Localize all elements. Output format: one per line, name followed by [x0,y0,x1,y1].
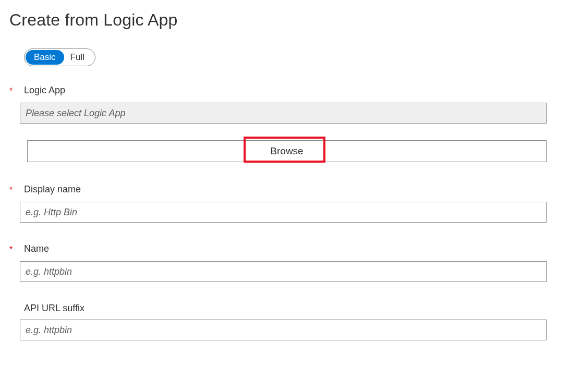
page-title: Create from Logic App [9,10,581,30]
name-label: Name [24,242,581,255]
api-url-suffix-input[interactable] [20,320,547,340]
display-name-label: Display name [24,183,581,195]
required-marker-empty [9,302,24,303]
required-marker: * [9,242,24,256]
display-name-input[interactable] [20,202,547,223]
logic-app-label: Logic App [24,84,581,96]
browse-button[interactable]: Browse [27,140,547,162]
required-marker: * [9,183,24,197]
toggle-basic[interactable]: Basic [26,50,64,65]
api-url-suffix-label: API URL suffix [24,302,581,314]
view-mode-toggle: Basic Full [24,48,95,66]
browse-button-label: Browse [270,145,303,157]
logic-app-input[interactable] [20,103,547,124]
required-marker: * [9,84,24,97]
toggle-full[interactable]: Full [64,50,94,65]
name-input[interactable] [20,261,547,282]
